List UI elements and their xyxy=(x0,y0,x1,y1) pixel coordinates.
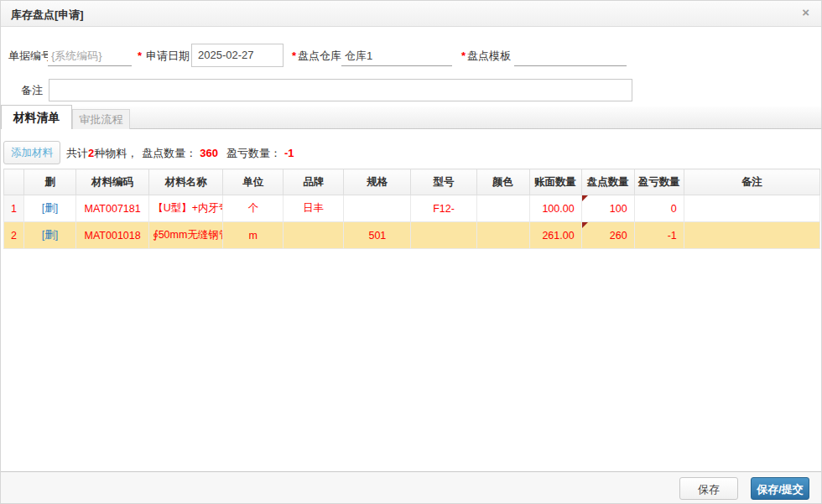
summary-pl-label: 盈亏数量： xyxy=(226,147,281,159)
row-index: 1 xyxy=(4,195,24,222)
add-material-button[interactable]: 添加材料 xyxy=(3,141,60,164)
col-color: 颜色 xyxy=(476,169,529,195)
warehouse-input[interactable]: 仓库1 xyxy=(341,45,452,66)
tab-material-list[interactable]: 材料清单 xyxy=(1,105,72,129)
material-table: 删 材料编码 材料名称 单位 品牌 规格 型号 颜色 账面数量 盘点数量 盈亏数… xyxy=(3,169,820,249)
tab-approval-flow[interactable]: 审批流程 xyxy=(72,109,130,129)
cell-brand: 日丰 xyxy=(284,195,344,222)
cell-book-qty: 261.00 xyxy=(529,222,581,249)
count-qty-value: 260 xyxy=(610,230,627,242)
cell-remark xyxy=(684,195,819,222)
dialog-footer: 保存 保存/提交 xyxy=(1,471,821,504)
dialog-titlebar: 库存盘点[申请] × xyxy=(1,1,821,27)
cell-spec: 501 xyxy=(344,222,411,249)
apply-date-input[interactable]: 2025-02-27 xyxy=(191,44,284,67)
col-material-code: 材料编码 xyxy=(76,169,149,195)
col-delete: 删 xyxy=(24,169,76,195)
cell-material-code: MAT007181 xyxy=(76,195,149,222)
remark-input[interactable] xyxy=(49,79,632,101)
count-qty-value: 100 xyxy=(610,203,627,215)
col-model: 型号 xyxy=(411,169,476,195)
col-book-qty: 账面数量 xyxy=(529,169,581,195)
summary-bar: 共计2种物料，盘点数量：360盈亏数量：-1 xyxy=(66,146,294,161)
cell-unit: m xyxy=(223,222,284,249)
col-spec: 规格 xyxy=(344,169,411,195)
cell-color xyxy=(476,195,529,222)
required-marker: * xyxy=(138,49,142,63)
col-material-name: 材料名称 xyxy=(149,169,223,195)
doc-no-field: {系统编码} xyxy=(48,45,132,66)
cell-count-qty[interactable]: 260 xyxy=(581,222,634,249)
required-marker: * xyxy=(461,49,466,63)
tab-strip: 材料清单 审批流程 xyxy=(1,107,821,129)
close-icon[interactable]: × xyxy=(802,6,809,19)
cell-profit-loss-qty: 0 xyxy=(634,195,684,222)
summary-count-value: 360 xyxy=(200,147,218,159)
col-remark: 备注 xyxy=(684,169,819,195)
cell-model: F12- xyxy=(411,195,476,222)
delete-row-link[interactable]: [删] xyxy=(42,229,58,241)
col-unit: 单位 xyxy=(223,169,284,195)
required-marker: * xyxy=(292,49,296,63)
cell-count-qty[interactable]: 100 xyxy=(581,195,634,222)
doc-no-label: 单据编号 xyxy=(8,49,52,63)
cell-profit-loss-qty: -1 xyxy=(634,222,684,249)
cell-color xyxy=(476,222,529,249)
inventory-count-dialog: { "dialog": { "title": "库存盘点[申请]", "clos… xyxy=(0,0,822,504)
row-index: 2 xyxy=(4,222,24,249)
col-index xyxy=(4,169,24,195)
col-count-qty: 盘点数量 xyxy=(581,169,634,195)
table-row[interactable]: 2 [删] MAT001018 ∮50mm无缝钢管 m 501 261.00 2… xyxy=(4,222,820,249)
summary-total-prefix: 共计 xyxy=(66,147,88,159)
template-label: 盘点模板 xyxy=(467,49,511,63)
remark-label: 备注 xyxy=(21,84,43,97)
cell-material-name: ∮50mm无缝钢管 xyxy=(149,222,223,249)
summary-total-suffix: 种物料， xyxy=(94,147,138,159)
cell-book-qty: 100.00 xyxy=(529,195,581,222)
cell-spec xyxy=(344,195,411,222)
save-submit-button[interactable]: 保存/提交 xyxy=(751,477,809,500)
template-input[interactable] xyxy=(514,45,627,66)
table-row[interactable]: 1 [删] MAT007181 【U型】+内牙弯 个 日丰 F12- 100.0… xyxy=(4,195,820,222)
summary-pl-value: -1 xyxy=(284,147,294,159)
warehouse-label: 盘点仓库 xyxy=(298,49,341,63)
cell-material-name: 【U型】+内牙弯 xyxy=(149,195,223,222)
table-header-row: 删 材料编码 材料名称 单位 品牌 规格 型号 颜色 账面数量 盘点数量 盈亏数… xyxy=(4,169,820,195)
apply-date-label: 申请日期 xyxy=(146,49,190,63)
cell-brand xyxy=(284,222,344,249)
col-brand: 品牌 xyxy=(284,169,344,195)
cell-model xyxy=(411,222,476,249)
edited-cell-marker-icon xyxy=(582,222,588,228)
delete-row-link[interactable]: [删] xyxy=(42,202,58,214)
summary-count-label: 盘点数量： xyxy=(142,147,196,159)
cell-unit: 个 xyxy=(223,195,284,222)
page-title: 库存盘点[申请] xyxy=(11,8,84,23)
save-button[interactable]: 保存 xyxy=(679,477,738,500)
cell-remark xyxy=(684,222,819,249)
cell-material-code: MAT001018 xyxy=(76,222,149,249)
edited-cell-marker-icon xyxy=(582,195,588,201)
col-profit-loss-qty: 盈亏数量 xyxy=(634,169,684,195)
